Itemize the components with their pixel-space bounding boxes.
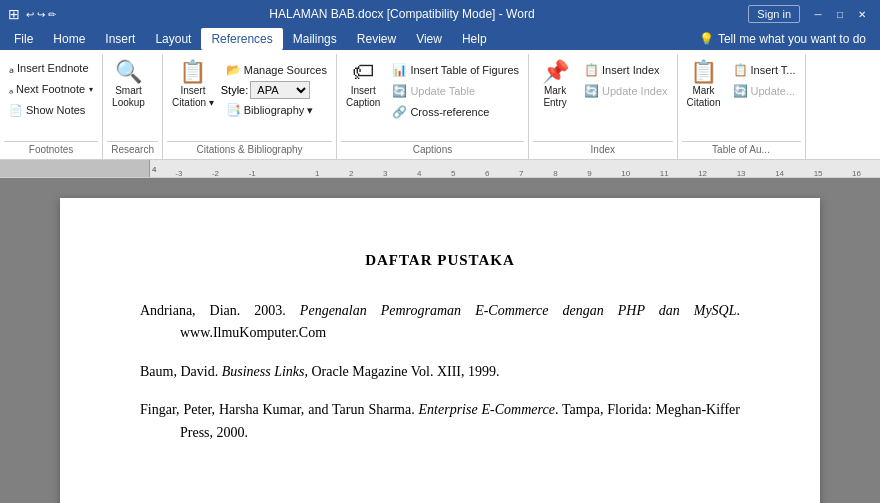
tell-me-text: Tell me what you want to do (718, 32, 866, 46)
title-bar-title: HALAMAN BAB.docx [Compatibility Mode] - … (56, 7, 749, 21)
bibliography-label: Bibliography ▾ (244, 104, 314, 117)
title-bar-right: Sign in ─ □ ✕ (748, 5, 872, 23)
style-label: Style: (221, 84, 249, 96)
bibliography-icon: 📑 (226, 103, 241, 117)
ruler: 4 -3 -2 -1 1 2 3 4 5 6 7 8 9 10 11 12 13 (0, 160, 880, 178)
document-area: DAFTAR PUSTAKA Andriana, Dian. 2003. Pen… (0, 178, 880, 503)
captions-buttons: 🏷 InsertCaption 📊 Insert Table of Figure… (341, 54, 524, 139)
citations-group-label: Citations & Bibliography (167, 141, 332, 159)
style-row: Style: APA MLA Chicago Harvard (221, 81, 332, 99)
cross-reference-icon: 🔗 (392, 105, 407, 119)
mark-citation-label: MarkCitation (687, 85, 721, 109)
captions-right: 📊 Insert Table of Figures 🔄 Update Table… (387, 58, 524, 122)
insert-index-button[interactable]: 📋 Insert Index (579, 60, 672, 80)
app-icon: ⊞ (8, 6, 20, 22)
insert-citation-icon: 📋 (179, 61, 206, 83)
title-bar-left: ⊞ ↩ ↪ ✏ (8, 6, 56, 22)
manage-sources-button[interactable]: 📂 Manage Sources (221, 60, 332, 80)
maximize-button[interactable]: □ (830, 6, 850, 22)
insert-caption-label: InsertCaption (346, 85, 380, 109)
next-footnote-icon: ₐ (9, 83, 13, 96)
manage-sources-label: Manage Sources (244, 64, 327, 76)
insert-index-icon: 📋 (584, 63, 599, 77)
ref3-italic: Enterprise E-Commerce (419, 402, 555, 417)
insert-endnote-icon: ₐ (9, 61, 14, 76)
next-footnote-dropdown-icon: ▾ (89, 85, 93, 94)
reference-entry-2: Baum, David. Business Links, Oracle Maga… (140, 361, 740, 383)
quick-access: ↩ ↪ ✏ (26, 9, 56, 20)
toa-group-label: Table of Au... (682, 141, 801, 159)
reference-entry-1: Andriana, Dian. 2003. Pengenalan Pemrogr… (140, 300, 740, 345)
show-notes-icon: 📄 (9, 104, 23, 117)
update-toa-icon: 🔄 (733, 84, 748, 98)
index-buttons: 📌 MarkEntry 📋 Insert Index 🔄 Update Inde… (533, 54, 672, 139)
captions-group-label: Captions (341, 141, 524, 159)
cross-reference-button[interactable]: 🔗 Cross-reference (387, 102, 524, 122)
index-group-label: Index (533, 141, 672, 159)
insert-table-of-figures-label: Insert Table of Figures (410, 64, 519, 76)
menu-item-review[interactable]: Review (347, 28, 406, 50)
update-table-label: Update Table (410, 85, 475, 97)
smart-lookup-icon: 🔍 (115, 61, 142, 83)
ribbon-group-index: 📌 MarkEntry 📋 Insert Index 🔄 Update Inde… (529, 54, 677, 159)
footnotes-group-label: Footnotes (4, 141, 98, 159)
mark-citation-button[interactable]: 📋 MarkCitation (682, 58, 726, 126)
menu-item-view[interactable]: View (406, 28, 452, 50)
menu-item-layout[interactable]: Layout (145, 28, 201, 50)
insert-table-of-figures-button[interactable]: 📊 Insert Table of Figures (387, 60, 524, 80)
window-controls: ─ □ ✕ (808, 6, 872, 22)
manage-sources-icon: 📂 (226, 63, 241, 77)
minimize-button[interactable]: ─ (808, 6, 828, 22)
update-table-icon: 🔄 (392, 84, 407, 98)
menu-item-insert[interactable]: Insert (95, 28, 145, 50)
ribbon-group-citations: 📋 InsertCitation ▾ 📂 Manage Sources Styl… (163, 54, 337, 159)
insert-citation-button[interactable]: 📋 InsertCitation ▾ (167, 58, 219, 126)
lightbulb-icon: 💡 (699, 32, 714, 46)
insert-endnote-button[interactable]: ₐ Insert Endnote (4, 58, 94, 78)
insert-toa-icon: 📋 (733, 63, 748, 77)
close-button[interactable]: ✕ (852, 6, 872, 22)
ref2-text-after: , Oracle Magazine Vol. XIII, 1999. (305, 364, 500, 379)
tell-me-box[interactable]: 💡 Tell me what you want to do (689, 28, 876, 50)
menu-item-home[interactable]: Home (43, 28, 95, 50)
style-select[interactable]: APA MLA Chicago Harvard (250, 81, 310, 99)
ribbon-group-toa: 📋 MarkCitation 📋 Insert T... 🔄 Update...… (678, 54, 806, 159)
ref1-text-before: Andriana, Dian. 2003. (140, 303, 300, 318)
next-footnote-label: Next Footnote (16, 83, 85, 95)
research-buttons: 🔍 SmartLookup (107, 54, 158, 139)
menu-item-mailings[interactable]: Mailings (283, 28, 347, 50)
menu-item-file[interactable]: File (4, 28, 43, 50)
menu-item-help[interactable]: Help (452, 28, 497, 50)
insert-citation-label: InsertCitation ▾ (172, 85, 214, 109)
show-notes-button[interactable]: 📄 Show Notes (4, 100, 90, 120)
update-index-icon: 🔄 (584, 84, 599, 98)
sign-in-button[interactable]: Sign in (748, 5, 800, 23)
insert-toa-button[interactable]: 📋 Insert T... (728, 60, 801, 80)
ref2-italic: Business Links (222, 364, 305, 379)
ref1-italic: Pengenalan Pemrograman E-Commerce dengan… (300, 303, 737, 318)
title-bar: ⊞ ↩ ↪ ✏ HALAMAN BAB.docx [Compatibility … (0, 0, 880, 28)
index-right: 📋 Insert Index 🔄 Update Index (579, 58, 672, 101)
update-toa-button[interactable]: 🔄 Update... (728, 81, 801, 101)
footnotes-buttons: ₐ Insert Endnote ₐ Next Footnote ▾ 📄 Sho… (4, 54, 98, 139)
toa-buttons: 📋 MarkCitation 📋 Insert T... 🔄 Update... (682, 54, 801, 139)
update-index-button[interactable]: 🔄 Update Index (579, 81, 672, 101)
menu-item-references[interactable]: References (201, 28, 282, 50)
menu-bar: File Home Insert Layout References Maili… (0, 28, 880, 50)
insert-caption-button[interactable]: 🏷 InsertCaption (341, 58, 385, 126)
update-toa-label: Update... (751, 85, 796, 97)
document-page: DAFTAR PUSTAKA Andriana, Dian. 2003. Pen… (60, 198, 820, 503)
ribbon-group-captions: 🏷 InsertCaption 📊 Insert Table of Figure… (337, 54, 529, 159)
insert-index-label: Insert Index (602, 64, 659, 76)
update-table-button[interactable]: 🔄 Update Table (387, 81, 524, 101)
mark-entry-label: MarkEntry (543, 85, 566, 109)
ref2-text-before: Baum, David. (140, 364, 222, 379)
mark-citation-icon: 📋 (690, 61, 717, 83)
update-index-label: Update Index (602, 85, 667, 97)
research-group-label: Research (107, 141, 158, 159)
smart-lookup-button[interactable]: 🔍 SmartLookup (107, 58, 150, 126)
mark-entry-button[interactable]: 📌 MarkEntry (533, 58, 577, 126)
bibliography-button[interactable]: 📑 Bibliography ▾ (221, 100, 332, 120)
next-footnote-button[interactable]: ₐ Next Footnote ▾ (4, 79, 98, 99)
reference-entry-3: Fingar, Peter, Harsha Kumar, and Tarun S… (140, 399, 740, 444)
